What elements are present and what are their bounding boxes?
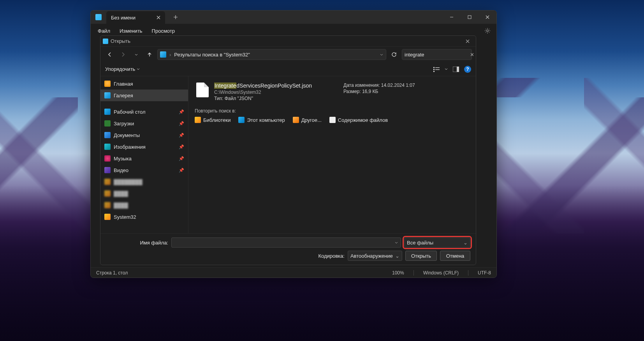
location-icon xyxy=(160,51,166,58)
sidebar-item-label: Главная xyxy=(114,81,133,87)
dialog-close-button[interactable] xyxy=(462,36,473,46)
preview-pane-button[interactable] xyxy=(452,65,460,74)
sidebar-item-desktop[interactable]: Рабочий стол📌 xyxy=(100,106,188,118)
view-mode-button[interactable] xyxy=(432,65,441,74)
sidebar-item-home[interactable]: Главная xyxy=(100,78,188,90)
repeat-libraries[interactable]: Библиотеки xyxy=(195,117,231,123)
sidebar-item-label: Галерея xyxy=(114,93,133,98)
sidebar-item-redacted[interactable]: ████ xyxy=(100,188,188,199)
sidebar-item-redacted[interactable]: ████████ xyxy=(100,176,188,188)
dialog-body: Главная Галерея Рабочий стол📌 Загрузки📌 … xyxy=(100,76,476,233)
status-cursor: Строка 1, стол xyxy=(96,270,128,276)
forward-button[interactable] xyxy=(118,49,128,60)
menu-file[interactable]: Файл xyxy=(94,26,114,35)
status-encoding[interactable]: UTF-8 xyxy=(478,270,491,276)
images-icon xyxy=(104,144,111,150)
status-eol[interactable]: Windows (CRLF) xyxy=(423,270,459,276)
sidebar-item-label: Загрузки xyxy=(114,121,134,127)
help-button[interactable]: ? xyxy=(464,66,471,73)
search-result[interactable]: IntegratedServicesRegionPolicySet.json C… xyxy=(195,80,470,104)
new-tab-button[interactable] xyxy=(170,11,181,23)
dialog-bottom: Имя файла: Все файлы ⌄ Кодировка: Автооб… xyxy=(100,233,476,265)
results-pane: IntegratedServicesRegionPolicySet.json C… xyxy=(188,76,476,233)
dialog-titlebar: Открыть xyxy=(100,36,476,47)
tab[interactable]: Без имени xyxy=(106,11,165,24)
desktop-icon xyxy=(104,109,111,115)
menu-view[interactable]: Просмотр xyxy=(148,26,179,35)
breadcrumb[interactable]: › Результаты поиска в "System32" xyxy=(157,49,386,60)
arrow-right-icon xyxy=(120,52,126,57)
sidebar-item-label: System32 xyxy=(114,214,136,220)
filetype-dropdown[interactable]: Все файлы ⌄ xyxy=(404,237,470,248)
back-button[interactable] xyxy=(104,49,115,60)
arrow-left-icon xyxy=(107,52,113,57)
pc-icon xyxy=(238,117,245,123)
sidebar-item-documents[interactable]: Документы📌 xyxy=(100,129,188,141)
filename-input-wrapper xyxy=(171,237,401,248)
search-input[interactable] xyxy=(405,52,470,58)
result-meta: Дата изменения: 14.02.2024 1:07 Размер: … xyxy=(343,83,468,95)
organize-toolbar: Упорядочить ? xyxy=(100,62,476,76)
result-filename: IntegratedServicesRegionPolicySet.json xyxy=(214,83,338,89)
encoding-dropdown[interactable]: Автообнаружение ⌄ xyxy=(348,251,402,261)
sidebar-item-video[interactable]: Видео📌 xyxy=(100,164,188,176)
search-box[interactable]: ✕ xyxy=(402,49,472,60)
chevron-down-icon xyxy=(134,53,138,56)
repeat-other[interactable]: Другое... xyxy=(293,117,322,123)
cancel-button[interactable]: Отмена xyxy=(440,251,470,261)
repeat-file-contents[interactable]: Содержимое файлов xyxy=(329,117,388,123)
sidebar-item-music[interactable]: Музыка📌 xyxy=(100,153,188,164)
pin-icon: 📌 xyxy=(179,156,184,161)
status-zoom[interactable]: 100% xyxy=(392,270,404,276)
sidebar-item-redacted[interactable]: ████ xyxy=(100,199,188,211)
window-controls xyxy=(443,11,496,24)
notepad-window: Без имени Файл Изменить Просмотр Открыть xyxy=(90,10,497,278)
search-clear-button[interactable]: ✕ xyxy=(470,52,474,58)
open-button[interactable]: Открыть xyxy=(405,251,437,261)
close-window-button[interactable] xyxy=(479,11,496,24)
sidebar-item-label: Рабочий стол xyxy=(114,109,146,115)
home-icon xyxy=(104,81,111,87)
organize-button[interactable]: Упорядочить xyxy=(105,66,140,72)
dialog-title: Открыть xyxy=(111,38,130,44)
svg-rect-0 xyxy=(468,16,471,19)
svg-rect-8 xyxy=(457,67,459,72)
sidebar-item-label: Документы xyxy=(114,132,140,138)
minimize-icon xyxy=(450,15,454,19)
music-icon xyxy=(104,155,111,162)
organize-label: Упорядочить xyxy=(105,66,135,72)
close-icon xyxy=(157,16,160,19)
minimize-button[interactable] xyxy=(443,11,461,24)
file-contents-icon xyxy=(329,117,336,123)
breadcrumb-separator-icon: › xyxy=(169,52,171,58)
pin-icon: 📌 xyxy=(179,121,184,126)
up-button[interactable] xyxy=(144,49,155,60)
breadcrumb-dropdown[interactable] xyxy=(380,53,384,56)
filename-input[interactable] xyxy=(174,240,394,246)
folder-icon xyxy=(104,190,111,197)
sidebar-item-images[interactable]: Изображения📌 xyxy=(100,141,188,153)
repeat-search-scopes: Библиотеки Этот компьютер Другое... Соде… xyxy=(195,117,470,123)
dialog-icon xyxy=(103,39,108,44)
maximize-button[interactable] xyxy=(461,11,479,24)
nav-toolbar: › Результаты поиска в "System32" ✕ xyxy=(100,47,476,62)
refresh-button[interactable] xyxy=(389,49,399,60)
app-icon xyxy=(95,14,102,20)
folder-icon xyxy=(104,179,111,185)
repeat-this-pc[interactable]: Этот компьютер xyxy=(238,117,285,123)
recent-dropdown[interactable] xyxy=(131,49,142,60)
gear-icon xyxy=(484,28,491,34)
encoding-label: Кодировка: xyxy=(318,253,345,259)
chevron-down-icon[interactable] xyxy=(394,241,398,244)
list-view-icon xyxy=(433,67,440,72)
svg-rect-3 xyxy=(435,67,440,68)
sidebar-item-gallery[interactable]: Галерея xyxy=(100,90,188,101)
sidebar-item-system32[interactable]: System32 xyxy=(100,211,188,223)
svg-point-1 xyxy=(487,30,489,32)
preview-icon xyxy=(453,67,459,72)
tab-close-button[interactable] xyxy=(155,14,162,21)
sidebar-item-downloads[interactable]: Загрузки📌 xyxy=(100,118,188,129)
settings-button[interactable] xyxy=(482,25,493,37)
menu-edit[interactable]: Изменить xyxy=(116,26,146,35)
result-path: C:\Windows\System32 xyxy=(214,90,338,95)
